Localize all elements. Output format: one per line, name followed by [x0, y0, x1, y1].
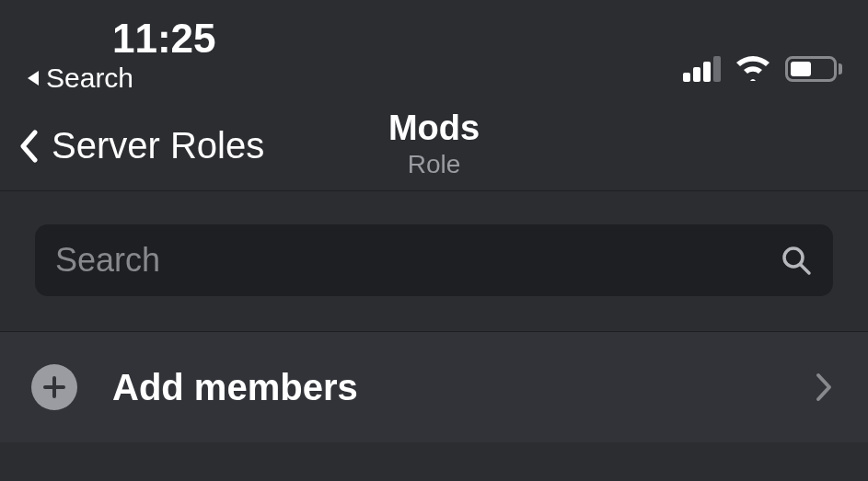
plus-icon	[31, 364, 77, 410]
wifi-icon	[734, 53, 772, 85]
status-back-label: Search	[46, 63, 133, 94]
search-section: Search	[0, 191, 868, 332]
svg-line-1	[801, 265, 809, 273]
status-bar-right	[683, 17, 842, 85]
status-bar-left: 11:25 Search	[26, 17, 216, 94]
search-icon	[780, 244, 813, 277]
battery-icon	[785, 56, 842, 82]
nav-title-group: Mods Role	[388, 109, 480, 179]
triangle-left-icon	[26, 70, 41, 86]
page-subtitle: Role	[408, 150, 461, 179]
chevron-right-icon	[815, 372, 833, 403]
status-bar: 11:25 Search	[0, 0, 868, 101]
back-button[interactable]: Server Roles	[18, 125, 264, 166]
page-title: Mods	[388, 109, 480, 148]
status-time: 11:25	[26, 17, 216, 61]
search-placeholder: Search	[55, 241, 160, 280]
status-back-to-app[interactable]: Search	[26, 63, 133, 94]
chevron-left-icon	[18, 130, 39, 163]
back-label: Server Roles	[52, 125, 264, 166]
add-members-button[interactable]: Add members	[0, 332, 868, 442]
search-input[interactable]: Search	[35, 224, 833, 296]
add-members-label: Add members	[112, 367, 358, 408]
cellular-signal-icon	[683, 56, 721, 82]
navigation-bar: Server Roles Mods Role	[0, 101, 868, 191]
add-members-left: Add members	[31, 364, 358, 410]
